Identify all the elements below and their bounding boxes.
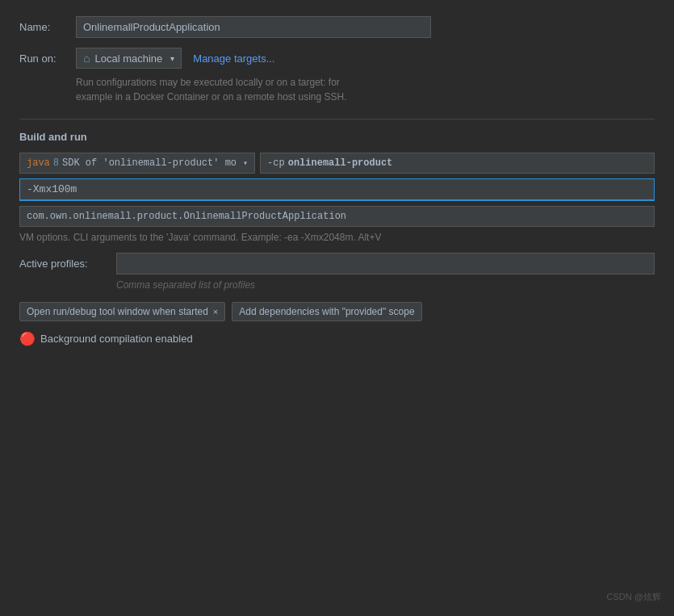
vm-options-wrapper [19, 178, 655, 201]
warning-text: Background compilation enabled [40, 333, 193, 345]
cp-flag: -cp [267, 157, 285, 169]
manage-targets-link[interactable]: Manage targets... [193, 52, 274, 65]
active-profiles-row: Active profiles: [19, 253, 655, 274]
sdk-text-rest: SDK of 'onlinemall-product' mo [62, 157, 237, 169]
open-run-debug-checkbox[interactable]: Open run/debug tool window when started … [19, 302, 225, 321]
run-on-label: Run on: [19, 52, 76, 65]
active-profiles-input[interactable] [116, 253, 655, 274]
build-run-title: Build and run [19, 131, 655, 143]
active-profiles-label: Active profiles: [19, 258, 116, 270]
section-divider [19, 119, 655, 119]
name-label: Name: [19, 21, 76, 33]
close-icon[interactable]: × [213, 307, 218, 316]
sdk-row: java 8 SDK of 'onlinemall-product' mo ▾ … [19, 153, 655, 174]
warning-icon: 🔴 [19, 331, 36, 346]
local-machine-label: Local machine [94, 52, 162, 65]
run-on-row: Run on: ⌂ Local machine ▾ Manage targets… [19, 48, 655, 69]
java-keyword: java [27, 157, 50, 169]
name-row: Name: [19, 16, 655, 38]
profiles-hint: Comma separated list of profiles [116, 279, 655, 291]
vm-hint-text: VM options. CLI arguments to the 'Java' … [19, 232, 655, 243]
name-input[interactable] [76, 16, 431, 38]
add-dependencies-label: Add dependencies with "provided" scope [239, 306, 414, 317]
open-run-debug-label: Open run/debug tool window when started [27, 306, 208, 317]
house-icon: ⌂ [83, 52, 90, 65]
sdk-number: 8 [53, 157, 59, 169]
checkboxes-row: Open run/debug tool window when started … [19, 302, 655, 321]
cp-field: -cp onlinemall-product [260, 153, 655, 174]
add-dependencies-checkbox[interactable]: Add dependencies with "provided" scope [232, 302, 421, 321]
sdk-chevron-down-icon: ▾ [243, 158, 248, 168]
warning-row: 🔴 Background compilation enabled [19, 331, 655, 346]
watermark: CSDN @炫辉 [607, 591, 661, 603]
sdk-dropdown[interactable]: java 8 SDK of 'onlinemall-product' mo ▾ [19, 153, 255, 174]
local-machine-dropdown[interactable]: ⌂ Local machine ▾ [76, 48, 182, 69]
cp-value: onlinemall-product [288, 157, 393, 169]
main-class-input[interactable] [19, 206, 655, 227]
vm-options-input[interactable] [19, 178, 655, 201]
chevron-down-icon: ▾ [170, 54, 174, 63]
run-on-hint: Run configurations may be executed local… [76, 75, 655, 104]
